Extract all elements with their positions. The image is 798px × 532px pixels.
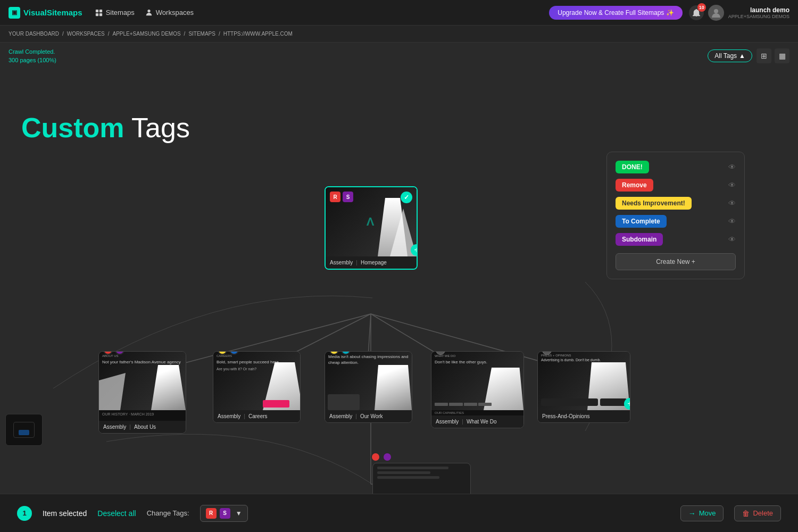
careers-preview: CAREERS Bold, smart people succeed here.… [213, 352, 300, 410]
dropdown-arrow-icon: ▼ [236, 510, 242, 517]
tag-done-row: DONE! 👁 [616, 161, 736, 173]
tag-remove-row: Remove 👁 [616, 179, 736, 192]
work-tag-dots [329, 351, 351, 355]
dropdown-s-badge: S [220, 508, 230, 519]
move-button[interactable]: → Move [680, 505, 724, 521]
bc-workspaces[interactable]: WORKSPACES [67, 31, 105, 37]
svg-point-4 [147, 9, 150, 12]
chevron-up-icon: ▲ [739, 52, 745, 60]
upgrade-button[interactable]: Upgrade Now & Create Full Sitemaps ✨ [549, 6, 682, 20]
tag-subdomain-row: Subdomain 👁 [616, 233, 736, 246]
toolbar: Crawl Completed. 300 pages (100%) All Ta… [0, 43, 798, 69]
avatar [708, 5, 724, 21]
careers-tag-dots [218, 351, 239, 355]
svg-rect-1 [99, 9, 102, 12]
node-work[interactable]: Media isn't about chasing impressions an… [325, 351, 412, 423]
tag-dot-yellow [218, 351, 227, 355]
node-homepage[interactable]: R S ✓ Λ Assembly | Homepage + [325, 186, 418, 270]
delete-button[interactable]: 🗑 Delete [734, 505, 781, 521]
whatwedo-tag-dots: ▲ [436, 351, 445, 355]
tree-view-icon[interactable]: ⊞ [757, 48, 771, 63]
bottom-dot-red [371, 452, 380, 462]
rs-badges: R S [330, 192, 353, 202]
tag-remove-button[interactable]: Remove [616, 179, 653, 192]
bc-demos[interactable]: APPLE+SAMSUNG DEMOS [113, 31, 181, 37]
tags-popup: DONE! 👁 Remove 👁 Needs Improvement! 👁 To… [606, 152, 745, 279]
svg-point-5 [714, 9, 718, 13]
top-nav: ▣ VisualSitemaps Sitemaps Workspaces Upg… [0, 0, 798, 26]
bc-sitemaps[interactable]: SITEMAPS [188, 31, 215, 37]
app-name: VisualSitemaps [23, 8, 82, 17]
tag-dot-yellow2 [329, 351, 339, 355]
tag-dot-blue [229, 351, 239, 355]
tag-needs-button[interactable]: Needs Improvement! [616, 197, 692, 210]
tag-dot-teal [341, 351, 351, 355]
tag-s-badge: S [343, 192, 353, 202]
node-about[interactable]: ABOUT US Not your father's Madison Avenu… [98, 351, 186, 434]
node-whatwedo[interactable]: ▲ WHAT WE DO Don't be like the other guy… [431, 351, 524, 428]
nav-sitemaps[interactable]: Sitemaps [95, 9, 135, 16]
about-footer: Assembly | About Us [99, 421, 186, 433]
about-preview: ABOUT US Not your father's Madison Avenu… [99, 352, 186, 410]
tag-complete-row: To Complete 👁 [616, 215, 736, 228]
hide-complete-icon[interactable]: 👁 [728, 217, 736, 226]
hide-subdomain-icon[interactable]: 👁 [728, 235, 736, 244]
whatwedo-footer: Assembly | What We Do [431, 415, 523, 428]
user-info: launch demo APPLE+SAMSUNG DEMOS [728, 6, 789, 19]
dropdown-r-badge: R [206, 508, 217, 519]
press-preview: PRESS + OPINIONS Advertising is dumb. Do… [538, 352, 630, 410]
tag-dot-red [103, 351, 113, 355]
bottom-bar: 1 Item selected Deselect all Change Tags… [0, 494, 798, 532]
notification-button[interactable]: 10 [689, 5, 704, 20]
item-selected-text: Item selected [43, 509, 87, 518]
node-press[interactable]: ▲ PRESS + OPINIONS Advertising is dumb. … [537, 351, 630, 423]
hide-needs-icon[interactable]: 👁 [728, 199, 736, 207]
work-footer: Assembly | Our Work [325, 410, 412, 422]
notification-badge: 10 [697, 3, 706, 12]
careers-footer: Assembly | Careers [213, 410, 300, 422]
page-title: Custom Tags [21, 112, 190, 144]
canvas: Custom Tags R S ✓ Λ [0, 69, 798, 494]
scroll-indicator[interactable] [5, 414, 43, 446]
create-new-tag-button[interactable]: Create New + [616, 253, 736, 270]
whatwedo-preview: WHAT WE DO Don't be like the other guys. [431, 352, 523, 410]
trash-icon: 🗑 [742, 509, 750, 518]
change-tags-label: Change Tags: [147, 509, 189, 517]
bc-dashboard[interactable]: YOUR DASHBOARD [9, 31, 59, 37]
tag-complete-button[interactable]: To Complete [616, 215, 667, 228]
move-icon: → [688, 509, 696, 518]
selected-check: ✓ [401, 192, 412, 203]
node-footer: Assembly | Homepage [326, 256, 417, 269]
tag-subdomain-button[interactable]: Subdomain [616, 233, 663, 246]
press-footer: Press-And-Opinions [538, 410, 630, 422]
node-careers[interactable]: CAREERS Bold, smart people succeed here.… [213, 351, 301, 423]
deselect-all-button[interactable]: Deselect all [97, 509, 136, 518]
mini-node-bottom[interactable] [372, 463, 471, 494]
tag-r-badge: R [330, 192, 340, 202]
bc-url[interactable]: HTTPS://WWW.APPLE.COM [223, 31, 293, 37]
tag-dot-icon: ▲ [436, 351, 445, 355]
crawl-status: Crawl Completed. 300 pages (100%) [9, 47, 56, 65]
change-tags-dropdown[interactable]: R S ▼ [200, 505, 248, 522]
user-menu[interactable]: launch demo APPLE+SAMSUNG DEMOS [708, 5, 789, 21]
about-tag-dots [103, 351, 124, 355]
bottom-node-dots [371, 452, 392, 462]
svg-rect-3 [99, 13, 102, 15]
about-bottom-text: OUR HISTORY · MARCH 2019 [99, 410, 186, 421]
breadcrumb: YOUR DASHBOARD / WORKSPACES / APPLE+SAMS… [0, 26, 798, 43]
all-tags-button[interactable]: All Tags ▲ [708, 49, 752, 62]
hide-done-icon[interactable]: 👁 [728, 163, 736, 171]
work-preview: Media isn't about chasing impressions an… [325, 352, 412, 410]
tag-done-button[interactable]: DONE! [616, 161, 649, 173]
grid-view-icon[interactable]: ▦ [775, 48, 789, 63]
svg-rect-0 [96, 9, 98, 12]
logo-icon: ▣ [9, 7, 20, 19]
hide-remove-icon[interactable]: 👁 [728, 181, 736, 189]
toolbar-right: All Tags ▲ ⊞ ▦ [708, 48, 789, 63]
press-tag-dots: ▲ [542, 351, 552, 355]
app-logo[interactable]: ▣ VisualSitemaps [9, 7, 82, 19]
svg-rect-2 [96, 13, 98, 15]
item-count-badge: 1 [17, 506, 32, 521]
nav-workspaces[interactable]: Workspaces [145, 9, 194, 16]
tag-needs-row: Needs Improvement! 👁 [616, 197, 736, 210]
